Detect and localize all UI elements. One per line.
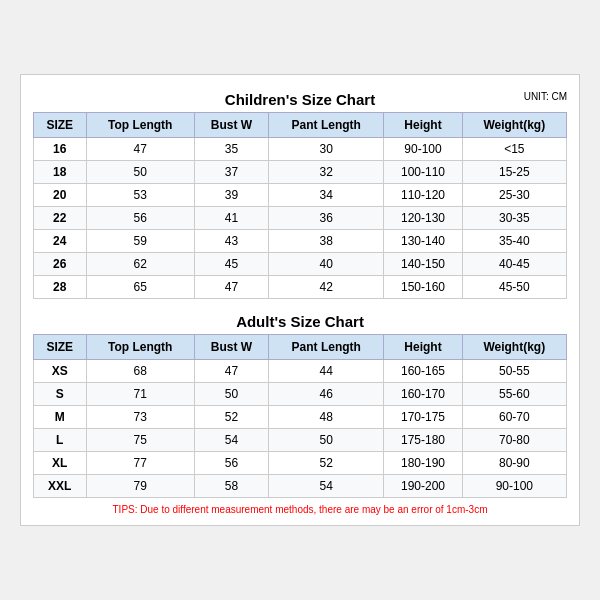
table-cell: 39 <box>194 184 268 207</box>
chart-container: Children's Size Chart UNIT: CM SIZE Top … <box>20 74 580 526</box>
table-row: 1647353090-100<15 <box>34 138 567 161</box>
table-cell: 70-80 <box>462 429 566 452</box>
table-cell: 58 <box>194 475 268 498</box>
table-cell: 90-100 <box>384 138 462 161</box>
table-cell: 25-30 <box>462 184 566 207</box>
table-cell: 75 <box>86 429 194 452</box>
col-header-pantlength-c: Pant Length <box>268 113 383 138</box>
adult-title-text: Adult's Size Chart <box>236 313 364 330</box>
adult-table: SIZE Top Length Bust W Pant Length Heigh… <box>33 334 567 498</box>
table-cell: 56 <box>194 452 268 475</box>
table-cell: 80-90 <box>462 452 566 475</box>
children-header-row: SIZE Top Length Bust W Pant Length Heigh… <box>34 113 567 138</box>
adult-section-title: Adult's Size Chart <box>33 307 567 334</box>
table-cell: 35 <box>194 138 268 161</box>
col-header-weight-a: Weight(kg) <box>462 335 566 360</box>
table-row: XL775652180-19080-90 <box>34 452 567 475</box>
table-cell: 46 <box>268 383 383 406</box>
table-cell: 24 <box>34 230 87 253</box>
table-cell: 22 <box>34 207 87 230</box>
table-cell: 41 <box>194 207 268 230</box>
table-row: 18503732100-11015-25 <box>34 161 567 184</box>
table-cell: 47 <box>194 360 268 383</box>
table-cell: 50 <box>268 429 383 452</box>
table-cell: 26 <box>34 253 87 276</box>
table-cell: 44 <box>268 360 383 383</box>
table-cell: 54 <box>194 429 268 452</box>
table-cell: 62 <box>86 253 194 276</box>
table-cell: 30 <box>268 138 383 161</box>
table-cell: 30-35 <box>462 207 566 230</box>
table-row: 26624540140-15040-45 <box>34 253 567 276</box>
table-cell: 77 <box>86 452 194 475</box>
table-cell: 40-45 <box>462 253 566 276</box>
table-row: M735248170-17560-70 <box>34 406 567 429</box>
col-header-toplength-a: Top Length <box>86 335 194 360</box>
col-header-pantlength-a: Pant Length <box>268 335 383 360</box>
table-cell: 130-140 <box>384 230 462 253</box>
table-cell: XXL <box>34 475 87 498</box>
table-cell: 28 <box>34 276 87 299</box>
tips-text: TIPS: Due to different measurement metho… <box>33 504 567 515</box>
table-cell: 42 <box>268 276 383 299</box>
table-cell: 48 <box>268 406 383 429</box>
table-cell: 190-200 <box>384 475 462 498</box>
table-cell: 52 <box>268 452 383 475</box>
table-cell: 59 <box>86 230 194 253</box>
table-row: S715046160-17055-60 <box>34 383 567 406</box>
table-cell: 79 <box>86 475 194 498</box>
table-row: 22564136120-13030-35 <box>34 207 567 230</box>
unit-label: UNIT: CM <box>524 91 567 102</box>
table-cell: S <box>34 383 87 406</box>
table-cell: 18 <box>34 161 87 184</box>
table-cell: 20 <box>34 184 87 207</box>
col-header-size-a: SIZE <box>34 335 87 360</box>
table-row: L755450175-18070-80 <box>34 429 567 452</box>
table-cell: 52 <box>194 406 268 429</box>
table-cell: 50-55 <box>462 360 566 383</box>
table-cell: 65 <box>86 276 194 299</box>
table-row: 28654742150-16045-50 <box>34 276 567 299</box>
children-title-text: Children's Size Chart <box>225 91 375 108</box>
table-cell: 73 <box>86 406 194 429</box>
table-cell: 50 <box>86 161 194 184</box>
table-cell: 40 <box>268 253 383 276</box>
col-header-toplength-c: Top Length <box>86 113 194 138</box>
table-cell: 55-60 <box>462 383 566 406</box>
children-table: SIZE Top Length Bust W Pant Length Heigh… <box>33 112 567 299</box>
table-cell: 71 <box>86 383 194 406</box>
table-cell: 56 <box>86 207 194 230</box>
col-header-height-c: Height <box>384 113 462 138</box>
col-header-weight-c: Weight(kg) <box>462 113 566 138</box>
table-cell: 160-165 <box>384 360 462 383</box>
table-cell: 140-150 <box>384 253 462 276</box>
col-header-bustw-a: Bust W <box>194 335 268 360</box>
table-cell: <15 <box>462 138 566 161</box>
table-cell: 120-130 <box>384 207 462 230</box>
table-cell: XS <box>34 360 87 383</box>
table-cell: 150-160 <box>384 276 462 299</box>
table-cell: 35-40 <box>462 230 566 253</box>
table-cell: 34 <box>268 184 383 207</box>
table-cell: 160-170 <box>384 383 462 406</box>
table-cell: XL <box>34 452 87 475</box>
col-header-bustw-c: Bust W <box>194 113 268 138</box>
table-row: XXL795854190-20090-100 <box>34 475 567 498</box>
table-cell: 36 <box>268 207 383 230</box>
table-cell: 16 <box>34 138 87 161</box>
table-cell: 50 <box>194 383 268 406</box>
table-cell: 170-175 <box>384 406 462 429</box>
table-cell: 43 <box>194 230 268 253</box>
children-section-title: Children's Size Chart UNIT: CM <box>33 85 567 112</box>
table-cell: 47 <box>86 138 194 161</box>
table-cell: 15-25 <box>462 161 566 184</box>
table-cell: 32 <box>268 161 383 184</box>
table-cell: M <box>34 406 87 429</box>
table-row: XS684744160-16550-55 <box>34 360 567 383</box>
table-cell: 54 <box>268 475 383 498</box>
table-cell: 180-190 <box>384 452 462 475</box>
table-cell: 100-110 <box>384 161 462 184</box>
table-cell: 38 <box>268 230 383 253</box>
table-cell: 53 <box>86 184 194 207</box>
table-cell: 110-120 <box>384 184 462 207</box>
